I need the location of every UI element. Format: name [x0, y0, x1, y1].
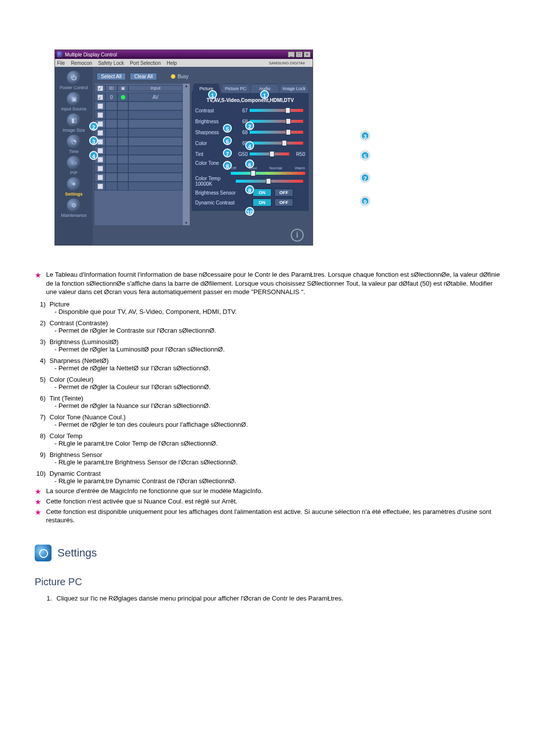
maximize-button[interactable]: □: [296, 51, 303, 57]
info-icon[interactable]: i: [291, 229, 304, 242]
star-icon: ★: [35, 508, 41, 517]
star-icon: ★: [35, 271, 41, 280]
header-checkbox[interactable]: [98, 86, 103, 91]
time-icon: ◔: [67, 135, 81, 149]
table-row[interactable]: [95, 155, 183, 164]
menu-safetylock[interactable]: Safety Lock: [98, 60, 124, 66]
table-row[interactable]: [95, 146, 183, 155]
sidebar-item-time[interactable]: ◔ Time: [56, 135, 92, 154]
row-checkbox[interactable]: [98, 130, 103, 136]
sidebar-item-power[interactable]: ⏻ Power Control: [56, 71, 92, 90]
titlebar: Multiple Display Control _ □ ×: [55, 50, 313, 59]
table-row[interactable]: [95, 173, 183, 182]
color-slider[interactable]: [250, 142, 303, 145]
sidebar-item-pip[interactable]: ▭ PIP: [56, 156, 92, 175]
table-row[interactable]: 0AV: [95, 93, 183, 101]
row-checkbox[interactable]: [98, 148, 103, 153]
menu-file[interactable]: File: [57, 60, 65, 66]
pip-icon: ▭: [67, 156, 81, 170]
color-tone-slider[interactable]: [231, 172, 305, 175]
brightness-sensor-off[interactable]: OFF: [274, 189, 293, 197]
list-item: 1)Picture- Disponible que pour TV, AV, S…: [35, 301, 500, 315]
row-checkbox[interactable]: [98, 166, 103, 171]
select-all-button[interactable]: Select All: [97, 73, 126, 80]
callout-1: 1: [208, 90, 217, 99]
table-row[interactable]: [95, 164, 183, 173]
row-checkbox[interactable]: [98, 121, 103, 127]
sidebar-item-imagesize[interactable]: ◧ Image Size: [56, 113, 92, 133]
menu-help[interactable]: Help: [166, 60, 177, 66]
brightness-sensor-label: Brightness Sensor: [195, 190, 250, 196]
power-icon: ⏻: [67, 71, 81, 85]
callout-5: 5: [361, 151, 370, 160]
list-item: 6)Tint (Teinte)- Permet de rØgler la Nua…: [35, 395, 500, 409]
tab-image-lock[interactable]: Image Lock: [279, 84, 309, 94]
table-row[interactable]: [95, 128, 183, 137]
row-checkbox[interactable]: [98, 103, 103, 109]
picture-pc-heading: Picture PC: [35, 576, 500, 588]
contrast-slider[interactable]: [250, 109, 303, 112]
color-temp-slider[interactable]: [236, 180, 303, 183]
note-magicinfo: La source d'entrée de MagicInfo ne fonct…: [46, 487, 500, 496]
list-item: 3)Brightness (LuminositØ)- Permet de rØg…: [35, 338, 500, 353]
busy-led-icon: [171, 74, 175, 79]
row-checkbox[interactable]: [98, 95, 103, 100]
callout-6-left: 6: [223, 136, 232, 145]
intro-paragraph: Le Tableau d'Information fournit l'infor…: [46, 270, 500, 297]
scrollbar[interactable]: [183, 84, 190, 225]
device-grid: ID ▣ Input 0AV: [95, 84, 183, 225]
list-item: 8)Color Temp- RŁgle le paramŁtre Color T…: [35, 432, 500, 447]
callout-2: 2: [245, 121, 254, 130]
settings-icon: ✦: [67, 177, 81, 191]
row-checkbox[interactable]: [98, 184, 103, 189]
sharpness-slider[interactable]: [250, 131, 303, 134]
brightness-slider[interactable]: [250, 120, 303, 123]
brand-label: SAMSUNG DIGITAll: [269, 61, 305, 65]
table-row[interactable]: [95, 110, 183, 119]
table-row[interactable]: [95, 119, 183, 128]
brightness-sensor-on[interactable]: ON: [253, 189, 271, 197]
dynamic-contrast-label: Dynamic Contrast: [195, 200, 250, 205]
callout-4: 4: [245, 141, 254, 150]
clear-all-button[interactable]: Clear All: [130, 73, 157, 80]
callout-7-left: 7: [223, 149, 232, 157]
callout-8-left: 8: [223, 161, 232, 170]
table-row[interactable]: [95, 182, 183, 191]
menu-portselection[interactable]: Port Selection: [130, 60, 160, 66]
row-checkbox[interactable]: [98, 112, 103, 118]
list-item: 4)Sharpness (NettetØ)- Permet de rØgler …: [35, 357, 500, 372]
callout-8: 8: [245, 185, 254, 194]
dynamic-contrast-off[interactable]: OFF: [274, 199, 293, 206]
callout-4-left: 4: [89, 151, 98, 160]
sidebar: ⏻ Power Control ▣ Input Source ◧ Image S…: [55, 67, 93, 245]
dynamic-contrast-on[interactable]: ON: [253, 199, 271, 206]
sidebar-item-settings[interactable]: ✦ Settings: [56, 177, 92, 197]
row-checkbox[interactable]: [98, 139, 103, 145]
minimize-button[interactable]: _: [288, 51, 295, 57]
right-panel: Picture Picture PC Audio Image Lock TV,A…: [190, 84, 311, 225]
callout-10: 10: [245, 207, 254, 216]
row-checkbox[interactable]: [98, 175, 103, 180]
table-row[interactable]: [95, 101, 183, 110]
image-size-icon: ◧: [67, 113, 81, 127]
list-item: 10)Dynamic Contrast- RŁgle le paramŁtre …: [35, 470, 500, 485]
tab-picture-pc[interactable]: Picture PC: [221, 84, 250, 94]
sidebar-item-maintenance[interactable]: ⚙ Maintenance: [56, 199, 92, 218]
row-checkbox[interactable]: [98, 157, 103, 162]
col-input: Input: [128, 85, 183, 91]
tint-slider[interactable]: [250, 152, 289, 155]
picture-pc-step1: Cliquez sur l'ic ne RØglages dansle menu…: [56, 595, 343, 602]
note-nuance: Cette fonction n'est activée que si Nuan…: [46, 497, 500, 506]
sidebar-item-input[interactable]: ▣ Input Source: [56, 92, 92, 111]
callout-6: 6: [245, 159, 254, 168]
list-item: 7)Color Tone (Nuance Coul.)- Permet de r…: [35, 413, 500, 428]
close-button[interactable]: ×: [304, 51, 311, 57]
table-row[interactable]: [95, 137, 183, 146]
tab-picture[interactable]: Picture: [192, 84, 221, 94]
menu-remocon[interactable]: Remocon: [71, 60, 92, 66]
callout-3-left: 3: [89, 136, 98, 145]
input-source-icon: ▣: [67, 92, 81, 106]
menubar: File Remocon Safety Lock Port Selection …: [55, 59, 313, 67]
main-pane: Select All Clear All Busy ID ▣ Input 0AV: [93, 67, 313, 245]
list-item: 5)Color (Couleur)- Permet de rØgler la C…: [35, 376, 500, 391]
